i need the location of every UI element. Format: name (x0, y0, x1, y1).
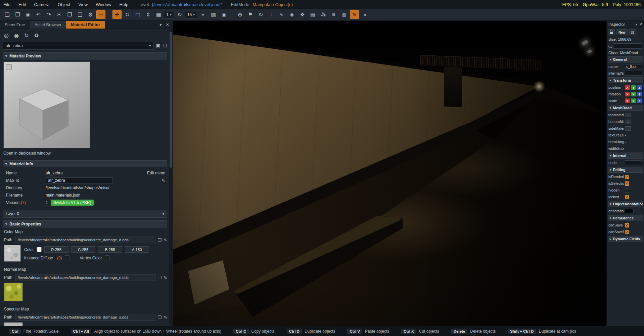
menu-item[interactable]: File (3, 2, 10, 7)
rotate-tool-icon[interactable]: ↻ (123, 10, 132, 19)
field-checkbox[interactable] (625, 175, 629, 179)
edit-name-link[interactable]: Edit name (147, 171, 165, 175)
edit-map-icon[interactable]: ✎ (164, 275, 167, 280)
menu-item[interactable]: Camera (34, 2, 49, 7)
axis-y-field[interactable]: Y (631, 92, 636, 96)
lock-selection-button[interactable] (608, 29, 615, 35)
axis-x-field[interactable]: X (625, 92, 630, 96)
field-checkbox[interactable] (625, 195, 629, 199)
edit-pencil-icon[interactable]: ✎ (162, 178, 165, 183)
paste-icon[interactable]: ❑ (76, 10, 85, 19)
specular-map-thumbnail[interactable] (4, 322, 23, 326)
road-tool-icon[interactable]: ∿ (277, 10, 286, 19)
section-object-annotation[interactable]: ▾ ObjectAnnotation (608, 201, 643, 207)
menu-item[interactable]: View (78, 2, 88, 7)
menu-item[interactable]: Object (58, 2, 71, 7)
bounds-tool-icon[interactable]: ◳ (133, 10, 142, 19)
camera-icon[interactable]: ◉ (219, 10, 228, 19)
player-view-icon[interactable]: ⌖ (198, 10, 208, 19)
close-icon[interactable]: ✕ (166, 22, 169, 27)
world-button[interactable]: ◍ (629, 29, 636, 35)
locate-material-icon[interactable]: ◉ (14, 32, 19, 39)
crowd-tool-icon[interactable]: ⁂ (319, 10, 328, 19)
redo-icon[interactable]: ↷ (44, 10, 53, 19)
save-material-icon[interactable]: ▣ (156, 43, 160, 48)
browse-folder-icon[interactable]: ❒ (157, 238, 162, 243)
section-meshroad[interactable]: ▾ MeshRoad (608, 105, 643, 111)
section-general[interactable]: ▾ General (608, 56, 643, 62)
forest-tool-icon[interactable]: ♣ (287, 10, 296, 19)
section-dynamic-fields[interactable]: ▸ Dynamic Fields (608, 236, 643, 242)
specular-map-path[interactable]: /levels/africantrails/art/shapes/buildin… (15, 314, 155, 321)
menu-item[interactable]: Window (96, 2, 111, 7)
section-transform[interactable]: ▾ Transform (608, 77, 643, 83)
menu-item[interactable]: Help (119, 2, 128, 7)
open-folder-icon[interactable]: ❒ (13, 10, 22, 19)
browse-folder-icon[interactable]: ❒ (157, 315, 162, 320)
section-basic-properties[interactable]: ▾ Basic Properties (3, 220, 167, 227)
new-file-icon[interactable]: ❏ (3, 10, 12, 19)
axis-z-field[interactable]: Z (637, 92, 642, 96)
text-tool-icon[interactable]: ⊤ (267, 10, 276, 19)
axis-z-field[interactable]: Z (637, 85, 642, 90)
axis-y-field[interactable]: Y (631, 98, 636, 103)
material-preview[interactable] (3, 61, 90, 148)
normal-map-path[interactable]: /levels/africantrails/art/shapes/buildin… (15, 274, 155, 281)
browse-folder-icon[interactable]: ❒ (157, 275, 162, 280)
add-object-icon[interactable]: ⊕ (235, 10, 244, 19)
layer-dropdown[interactable]: Layer 0 ▾ (3, 210, 167, 218)
panel-tab[interactable]: Asset Browser (30, 21, 66, 29)
section-internal[interactable]: ▾ Internal (608, 153, 643, 159)
move-tool-icon[interactable]: ✛ (112, 10, 122, 19)
section-material-info[interactable]: ▾ Material Info (3, 160, 167, 167)
copy-icon[interactable]: ❐ (65, 10, 74, 19)
axis-y-field[interactable]: Y (631, 85, 636, 90)
edit-map-icon[interactable]: ✎ (164, 238, 167, 243)
open-dedicated-window-link[interactable]: Open in dedicated window (3, 151, 167, 157)
editmode-value[interactable]: Manipulate Object(s) (252, 2, 293, 7)
field-checkbox[interactable] (625, 181, 629, 186)
terrain-paint-icon[interactable]: ▨ (209, 10, 218, 19)
viewport-3d-scene[interactable] (173, 21, 606, 326)
browse-button[interactable]: ... (625, 113, 631, 117)
panel-menu-chevron-icon[interactable]: ▾ (636, 23, 637, 26)
field-checkbox[interactable] (625, 188, 629, 193)
color-map-thumbnail[interactable] (4, 245, 21, 262)
delete-material-icon[interactable]: ♻ (34, 32, 39, 39)
close-icon[interactable]: ✕ (639, 22, 642, 27)
rotate-snap-angle-dropdown[interactable]: 15 ▾ (185, 11, 197, 18)
color-map-path[interactable]: /levels/africantrails/art/shapes/buildin… (15, 237, 155, 243)
rotate-snap-toggle[interactable]: ↻ (175, 10, 184, 19)
browse-button[interactable]: ... (625, 126, 631, 131)
map-to-input[interactable]: afr_zebra (46, 177, 113, 184)
section-persistence[interactable]: ▾ Persistence (608, 215, 643, 221)
new-object-button[interactable]: New (616, 29, 628, 35)
world-icon[interactable]: ◍ (339, 10, 349, 19)
menu-item[interactable]: Edit (18, 2, 26, 7)
more-tools-icon[interactable]: » (360, 10, 369, 19)
vertex-color-checkbox[interactable] (105, 255, 110, 260)
inspector-search-input[interactable] (613, 43, 642, 49)
section-material-preview[interactable]: ▾ Material Preview (3, 52, 167, 59)
decal-tool-icon[interactable]: ▤ (308, 10, 317, 19)
mesh-tool-icon[interactable]: ❖ (298, 10, 307, 19)
field-checkbox[interactable] (625, 230, 629, 234)
instance-diffuse-checkbox[interactable] (65, 255, 70, 260)
annotation-color-swatch[interactable] (625, 209, 634, 213)
level-path[interactable]: [/levels/africantrails/main.level.json]* (152, 2, 222, 7)
layers-icon[interactable]: ≡ (329, 10, 338, 19)
reload-all-materials-icon[interactable]: ◎ (4, 32, 9, 39)
alpha-value[interactable]: A:150 (125, 246, 149, 253)
save-icon[interactable]: ▣ (24, 10, 33, 19)
axis-x-field[interactable]: X (625, 85, 630, 90)
grid-snap-toggle[interactable]: ▦ (154, 10, 163, 19)
edit-map-icon[interactable]: ✎ (164, 315, 167, 320)
grid-snap-size-dropdown[interactable]: 1 ▾ (164, 11, 174, 18)
field-input[interactable] (625, 71, 642, 76)
panel-menu-chevron-icon[interactable]: ▾ (159, 22, 162, 27)
settings-icon[interactable]: ⚙ (86, 10, 95, 19)
field-input[interactable]: c_floor (625, 64, 642, 69)
refresh-icon[interactable]: ↻ (24, 32, 29, 39)
axis-x-field[interactable]: X (625, 98, 630, 103)
blue-value[interactable]: B:255 (98, 246, 122, 253)
